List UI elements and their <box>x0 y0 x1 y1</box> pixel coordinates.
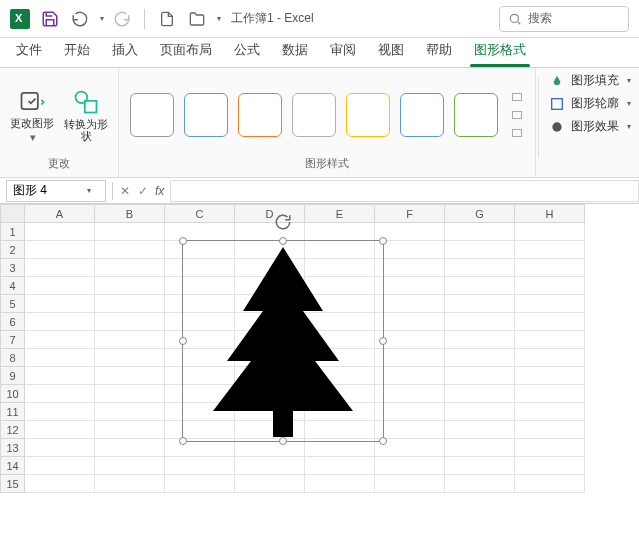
cell-A2[interactable] <box>25 241 95 259</box>
cell-B11[interactable] <box>95 403 165 421</box>
row-header-6[interactable]: 6 <box>1 313 25 331</box>
cell-H7[interactable] <box>515 331 585 349</box>
tab-插入[interactable]: 插入 <box>110 37 140 67</box>
tab-视图[interactable]: 视图 <box>376 37 406 67</box>
row-header-7[interactable]: 7 <box>1 331 25 349</box>
cell-E1[interactable] <box>305 223 375 241</box>
style-gallery-expand[interactable] <box>510 93 524 137</box>
cell-D1[interactable] <box>235 223 305 241</box>
cell-B2[interactable] <box>95 241 165 259</box>
column-header-F[interactable]: F <box>375 205 445 223</box>
cell-A10[interactable] <box>25 385 95 403</box>
tab-开始[interactable]: 开始 <box>62 37 92 67</box>
row-header-4[interactable]: 4 <box>1 277 25 295</box>
cell-F10[interactable] <box>375 385 445 403</box>
cell-B3[interactable] <box>95 259 165 277</box>
cell-G6[interactable] <box>445 313 515 331</box>
row-header-12[interactable]: 12 <box>1 421 25 439</box>
cell-G15[interactable] <box>445 475 515 493</box>
row-header-5[interactable]: 5 <box>1 295 25 313</box>
cell-B7[interactable] <box>95 331 165 349</box>
select-all-corner[interactable] <box>1 205 25 223</box>
row-header-13[interactable]: 13 <box>1 439 25 457</box>
cancel-formula-button[interactable]: ✕ <box>117 184 133 198</box>
style-preset-2[interactable] <box>184 93 228 137</box>
cell-H14[interactable] <box>515 457 585 475</box>
cell-A7[interactable] <box>25 331 95 349</box>
cell-B10[interactable] <box>95 385 165 403</box>
excel-logo[interactable] <box>8 7 32 31</box>
row-header-14[interactable]: 14 <box>1 457 25 475</box>
cell-A14[interactable] <box>25 457 95 475</box>
cell-H10[interactable] <box>515 385 585 403</box>
row-header-10[interactable]: 10 <box>1 385 25 403</box>
cell-H5[interactable] <box>515 295 585 313</box>
name-box[interactable]: ▾ <box>6 180 106 202</box>
save-button[interactable] <box>38 7 62 31</box>
cell-H15[interactable] <box>515 475 585 493</box>
new-file-button[interactable] <box>155 7 179 31</box>
formula-input[interactable] <box>170 180 639 202</box>
shape-outline-button[interactable]: 图形轮廓 ▾ <box>549 95 631 112</box>
resize-handle-bl[interactable] <box>179 437 187 445</box>
row-header-11[interactable]: 11 <box>1 403 25 421</box>
cell-A3[interactable] <box>25 259 95 277</box>
cell-A6[interactable] <box>25 313 95 331</box>
cell-C15[interactable] <box>165 475 235 493</box>
cell-A13[interactable] <box>25 439 95 457</box>
row-header-1[interactable]: 1 <box>1 223 25 241</box>
column-header-C[interactable]: C <box>165 205 235 223</box>
cell-H9[interactable] <box>515 367 585 385</box>
cell-H6[interactable] <box>515 313 585 331</box>
style-preset-1[interactable] <box>130 93 174 137</box>
shape-fill-button[interactable]: 图形填充 ▾ <box>549 72 631 89</box>
cell-A8[interactable] <box>25 349 95 367</box>
cell-H3[interactable] <box>515 259 585 277</box>
cell-D14[interactable] <box>235 457 305 475</box>
cell-H4[interactable] <box>515 277 585 295</box>
row-header-8[interactable]: 8 <box>1 349 25 367</box>
convert-to-shape-button[interactable]: 转换为形状 <box>64 88 108 142</box>
style-preset-3[interactable] <box>238 93 282 137</box>
style-preset-5[interactable] <box>346 93 390 137</box>
cell-C1[interactable] <box>165 223 235 241</box>
row-header-9[interactable]: 9 <box>1 367 25 385</box>
tab-图形格式[interactable]: 图形格式 <box>472 37 528 67</box>
cell-B14[interactable] <box>95 457 165 475</box>
cell-D15[interactable] <box>235 475 305 493</box>
tab-页面布局[interactable]: 页面布局 <box>158 37 214 67</box>
selected-shape-tree[interactable] <box>182 240 384 442</box>
change-graphic-button[interactable]: 更改图形 ▾ <box>10 87 54 143</box>
resize-handle-tl[interactable] <box>179 237 187 245</box>
cell-G13[interactable] <box>445 439 515 457</box>
cell-E14[interactable] <box>305 457 375 475</box>
cell-G4[interactable] <box>445 277 515 295</box>
name-box-dropdown[interactable]: ▾ <box>87 186 91 195</box>
cell-G8[interactable] <box>445 349 515 367</box>
cell-F9[interactable] <box>375 367 445 385</box>
cell-E15[interactable] <box>305 475 375 493</box>
undo-button[interactable] <box>68 7 92 31</box>
column-header-D[interactable]: D <box>235 205 305 223</box>
cell-F14[interactable] <box>375 457 445 475</box>
tab-公式[interactable]: 公式 <box>232 37 262 67</box>
tab-数据[interactable]: 数据 <box>280 37 310 67</box>
cell-G5[interactable] <box>445 295 515 313</box>
cell-F11[interactable] <box>375 403 445 421</box>
resize-handle-l[interactable] <box>179 337 187 345</box>
column-header-H[interactable]: H <box>515 205 585 223</box>
cell-H1[interactable] <box>515 223 585 241</box>
cell-B13[interactable] <box>95 439 165 457</box>
cell-B12[interactable] <box>95 421 165 439</box>
cell-G3[interactable] <box>445 259 515 277</box>
cell-G9[interactable] <box>445 367 515 385</box>
cell-F5[interactable] <box>375 295 445 313</box>
cell-G12[interactable] <box>445 421 515 439</box>
cell-B1[interactable] <box>95 223 165 241</box>
column-header-A[interactable]: A <box>25 205 95 223</box>
cell-A5[interactable] <box>25 295 95 313</box>
cell-G1[interactable] <box>445 223 515 241</box>
column-header-G[interactable]: G <box>445 205 515 223</box>
cell-B4[interactable] <box>95 277 165 295</box>
redo-button[interactable] <box>110 7 134 31</box>
